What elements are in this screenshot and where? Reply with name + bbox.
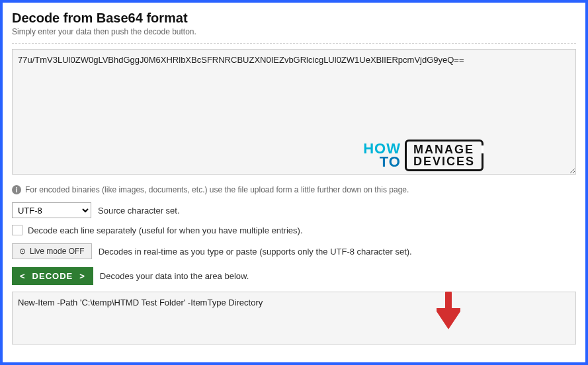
- decode-button[interactable]: < DECODE >: [12, 267, 93, 285]
- binary-hint: For encoded binaries (like images, docum…: [25, 185, 409, 194]
- toggle-icon: ⊙: [19, 247, 26, 256]
- decode-desc: Decodes your data into the area below.: [100, 271, 249, 281]
- page-subtitle: Simply enter your data then push the dec…: [12, 27, 576, 36]
- encoded-input[interactable]: [12, 49, 576, 175]
- separate-lines-label: Decode each line separately (useful for …: [28, 225, 303, 235]
- info-icon: i: [12, 185, 21, 194]
- separate-lines-checkbox[interactable]: [12, 225, 22, 235]
- chevron-right-icon: >: [79, 271, 85, 281]
- decoded-output[interactable]: New-Item -Path 'C:\temp\HTMD Test Folder…: [12, 292, 576, 345]
- chevron-left-icon: <: [20, 271, 26, 281]
- charset-label: Source character set.: [98, 206, 180, 216]
- live-mode-button[interactable]: ⊙ Live mode OFF: [12, 243, 92, 259]
- page-title: Decode from Base64 format: [12, 11, 576, 26]
- charset-select[interactable]: UTF-8: [12, 202, 91, 218]
- live-mode-desc: Decodes in real-time as you type or past…: [99, 247, 412, 257]
- separator: [12, 43, 576, 44]
